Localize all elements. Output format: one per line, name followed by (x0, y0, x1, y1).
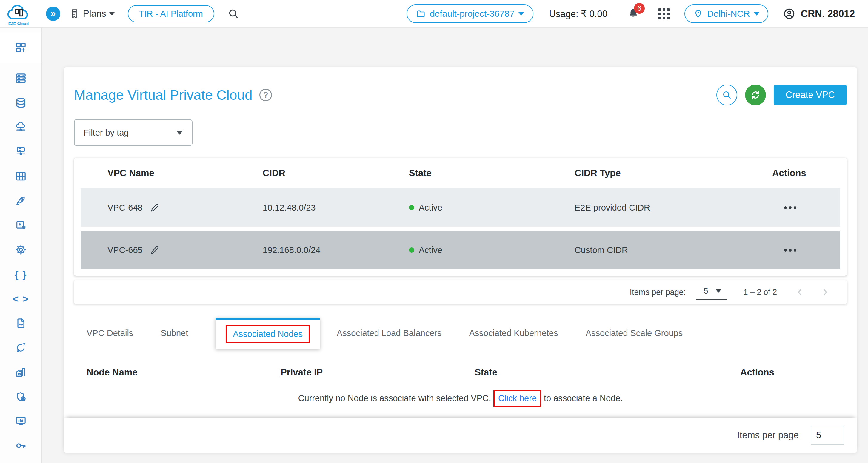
column-vpc-name: VPC Name (107, 168, 263, 179)
status-dot (409, 247, 414, 253)
vpc-table-header: VPC Name CIDR State CIDR Type Actions (74, 158, 847, 189)
chevron-down-icon (716, 289, 721, 293)
sidebar-item-database-icon[interactable] (0, 90, 41, 115)
chevron-down-icon (754, 12, 760, 16)
chevron-down-icon (177, 131, 183, 135)
status-dot (409, 205, 414, 210)
previous-page-button[interactable] (796, 286, 804, 298)
logo-text: E2E Cloud (8, 22, 29, 26)
vpc-cidr-type: E2E provided CIDR (575, 203, 772, 213)
region-selector[interactable]: Delhi-NCR (684, 4, 768, 23)
tab-associated-nodes[interactable]: Associated Nodes (216, 318, 320, 349)
sidebar-expand-button[interactable]: » (46, 6, 60, 21)
svg-text:$: $ (19, 222, 22, 227)
vpc-table: VPC Name CIDR State CIDR Type Actions VP… (74, 158, 847, 276)
sidebar-item-gpu-cards-icon[interactable] (0, 164, 41, 189)
sidebar-item-dashboard-add-icon[interactable] (0, 35, 41, 60)
plans-receipt-icon (69, 8, 80, 19)
sidebar-item-settings-gear-icon[interactable] (0, 237, 41, 262)
items-per-page-label: Items per page (737, 430, 799, 441)
detail-tabs: VPC Details Subnet Associated Nodes Asso… (74, 318, 847, 349)
sidebar-item-api-braces-icon[interactable]: { } (0, 262, 41, 286)
usage-amount: Usage: ₹ 0.00 (549, 8, 608, 20)
tab-associated-scale-groups[interactable]: Associated Scale Groups (586, 328, 683, 338)
sidebar-item-compute-nodes-icon[interactable] (0, 66, 41, 90)
chevron-double-right-icon: » (51, 8, 56, 19)
node-table-empty-message: Currently no Node is associate with sele… (74, 390, 847, 407)
column-state: State (474, 367, 740, 378)
main-content: Manage Virtual Private Cloud ? Create VP… (42, 28, 868, 463)
vpc-state: Active (419, 203, 442, 213)
notifications-button[interactable]: 6 (627, 7, 640, 20)
tab-associated-kubernetes[interactable]: Associated Kubernetes (469, 328, 558, 338)
row-actions-menu-button[interactable] (772, 206, 840, 209)
refresh-button[interactable] (745, 85, 766, 106)
vpc-table-row-selected[interactable]: VPC-665 192.168.0.0/24 Active Custom CID… (81, 231, 840, 269)
tab-vpc-details[interactable]: VPC Details (87, 328, 133, 338)
filter-by-tag-dropdown[interactable]: Filter by tag (74, 119, 192, 146)
sidebar-item-api-key-icon[interactable] (0, 433, 41, 458)
vpc-cidr-type: Custom CIDR (575, 245, 772, 255)
sidebar-item-code-brackets-icon[interactable]: < > (0, 286, 41, 311)
sidebar-item-node-network-icon[interactable] (0, 140, 41, 164)
notification-count-badge: 6 (634, 3, 645, 14)
column-cidr: CIDR (263, 168, 409, 179)
vpc-state: Active (419, 245, 442, 255)
vpc-name: VPC-648 (107, 203, 143, 213)
project-selector[interactable]: default-project-36787 (407, 4, 534, 23)
items-per-page-select[interactable]: 5 (696, 285, 726, 299)
user-circle-icon (783, 7, 796, 20)
search-icon[interactable] (227, 8, 239, 20)
apps-grid-button[interactable] (658, 8, 670, 20)
next-page-button[interactable] (820, 286, 830, 298)
column-node-name: Node Name (87, 367, 281, 378)
edit-pencil-icon[interactable] (150, 245, 159, 255)
vpc-cidr: 192.168.0.0/24 (263, 245, 409, 255)
sidebar-item-rocket-launch-icon[interactable] (0, 189, 41, 213)
account-label: CRN. 28012 (801, 8, 855, 20)
page-title: Manage Virtual Private Cloud (74, 87, 252, 103)
sidebar-item-support-chat-icon[interactable]: ? (0, 336, 41, 360)
chevron-down-icon (109, 12, 115, 16)
sidebar-item-monitoring-icon[interactable] (0, 409, 41, 433)
column-actions: Actions (772, 168, 847, 179)
vpc-table-row[interactable]: VPC-648 10.12.48.0/23 Active E2E provide… (81, 189, 840, 227)
sidebar-item-security-shield-user-icon[interactable] (0, 384, 41, 409)
chevron-down-icon (519, 12, 524, 16)
sidebar-item-factory-icon[interactable] (0, 360, 41, 384)
node-table-header: Node Name Private IP State Actions (74, 359, 847, 386)
row-actions-menu-button[interactable] (772, 249, 840, 252)
click-here-link[interactable]: Click here (498, 394, 537, 403)
account-menu[interactable]: CRN. 28012 (783, 7, 855, 20)
pagination-range: 1 – 2 of 2 (743, 288, 777, 297)
vpc-name: VPC-665 (107, 245, 143, 255)
column-private-ip: Private IP (281, 367, 474, 378)
tir-ai-platform-button[interactable]: TIR - AI Platform (128, 5, 214, 22)
create-vpc-button[interactable]: Create VPC (774, 85, 847, 106)
plans-label: Plans (83, 8, 106, 19)
items-per-page-label: Items per page: (630, 288, 686, 297)
tab-subnet[interactable]: Subnet (161, 328, 188, 338)
folder-icon (416, 9, 426, 19)
column-state: State (409, 168, 575, 179)
annotation-red-box: Associated Nodes (226, 325, 310, 343)
svg-text:?: ? (22, 342, 25, 347)
sidebar-item-document-icon[interactable] (0, 311, 41, 336)
plans-menu[interactable]: Plans (69, 8, 115, 19)
region-selector-label: Delhi-NCR (707, 9, 750, 19)
edit-pencil-icon[interactable] (150, 203, 159, 212)
help-icon[interactable]: ? (259, 89, 272, 101)
tab-associated-load-balancers[interactable]: Associated Load Balancers (337, 328, 441, 338)
refresh-icon (750, 89, 761, 101)
vpc-cidr: 10.12.48.0/23 (263, 203, 409, 213)
sidebar-item-cloud-network-icon[interactable] (0, 115, 41, 140)
project-selector-label: default-project-36787 (430, 9, 515, 19)
table-search-button[interactable] (716, 85, 737, 106)
column-actions: Actions (740, 367, 847, 378)
sidebar-item-billing-icon[interactable]: $ (0, 213, 41, 237)
items-per-page-input[interactable] (811, 426, 844, 445)
manage-vpc-card: Manage Virtual Private Cloud ? Create VP… (64, 67, 857, 453)
top-navigation-bar: E2E Cloud » Plans TIR - AI Platform defa… (0, 0, 868, 28)
sidebar-navigation: $ { } < > ? (0, 28, 42, 463)
e2e-cloud-logo[interactable]: E2E Cloud (5, 1, 32, 26)
